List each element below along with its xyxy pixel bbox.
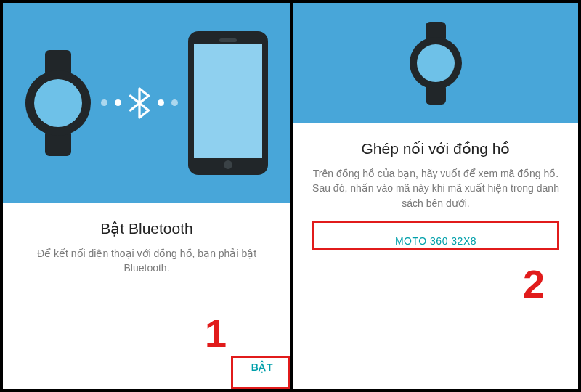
bluetooth-icon — [129, 86, 150, 120]
content-area: Ghép nối với đồng hồ Trên đồng hồ của bạ… — [293, 123, 578, 389]
enable-button[interactable]: BẬT — [237, 353, 288, 382]
watch-bluetooth-phone-illustration — [25, 31, 268, 175]
device-list-item[interactable]: MOTO 360 32X8 — [320, 226, 552, 256]
footer-actions: BẬT — [234, 346, 290, 389]
page-title: Ghép nối với đồng hồ — [309, 140, 562, 158]
bluetooth-signal-icon — [101, 86, 178, 120]
hero-illustration — [3, 3, 290, 203]
watch-icon — [410, 22, 462, 105]
screen-pair-watch: Ghép nối với đồng hồ Trên đồng hồ của bạ… — [290, 3, 578, 389]
phone-icon — [188, 31, 268, 175]
hero-illustration — [293, 3, 578, 123]
watch-icon — [25, 50, 91, 156]
page-description: Trên đồng hồ của bạn, hãy vuốt để xem mã… — [309, 166, 562, 211]
page-description: Để kết nối điện thoại với đồng hồ, bạn p… — [19, 246, 275, 276]
page-title: Bật Bluetooth — [19, 220, 275, 237]
screen-enable-bluetooth: Bật Bluetooth Để kết nối điện thoại với … — [3, 3, 290, 389]
